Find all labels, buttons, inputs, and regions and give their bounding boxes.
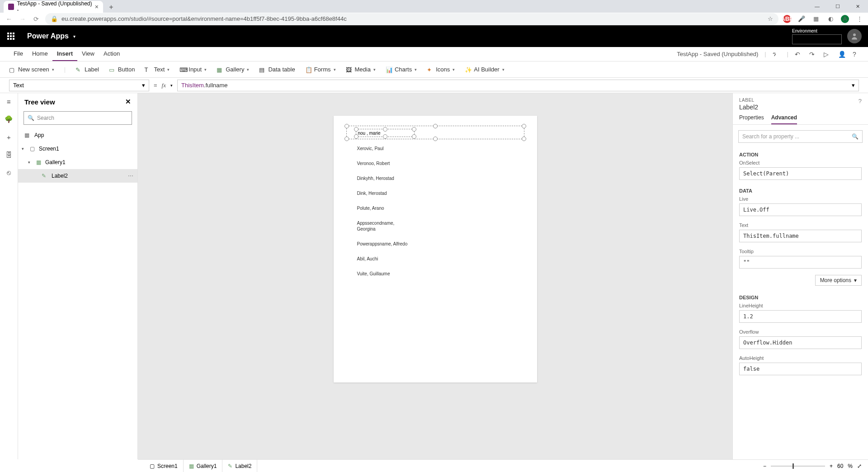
app-checker-icon[interactable]: ን	[773, 50, 781, 58]
gallery-item[interactable]: Vuite, Guillaume	[346, 266, 524, 281]
canvas-screen[interactable]: nou , marie Xerovic, Paul Veronoo, Rober…	[334, 116, 537, 382]
more-options-button[interactable]: More options ▾	[815, 275, 862, 286]
media-button[interactable]: 🖼Media▾	[346, 66, 376, 73]
insert-icon[interactable]: +	[7, 133, 11, 141]
fx-icon[interactable]: fx	[162, 82, 166, 89]
gallery-item[interactable]: Veronoo, Robert	[346, 156, 524, 171]
tooltip-input[interactable]: ""	[739, 256, 862, 269]
live-input[interactable]: Live.Off	[739, 203, 862, 216]
gallery-item[interactable]: Powerappsname, Alfredo	[346, 236, 524, 251]
share-icon[interactable]: 👤	[838, 51, 846, 58]
ext-icon-1[interactable]: ▦	[812, 15, 820, 23]
onselect-input[interactable]: Select(Parent)	[739, 167, 862, 180]
help-icon[interactable]: ?	[853, 51, 861, 58]
user-avatar[interactable]	[847, 29, 862, 43]
resize-handle[interactable]	[354, 134, 359, 139]
formula-input[interactable]: ThisItem.fullname ▾	[177, 80, 859, 91]
more-icon[interactable]: ⋯	[128, 173, 134, 179]
gallery-item[interactable]: Xerovic, Paul	[346, 141, 524, 156]
play-icon[interactable]: ▷	[824, 51, 832, 58]
charts-button[interactable]: 📊Charts▾	[386, 66, 417, 73]
tab-properties[interactable]: Properties	[739, 114, 764, 124]
star-icon[interactable]: ☆	[768, 15, 773, 22]
resize-handle[interactable]	[344, 124, 349, 128]
ai-builder-button[interactable]: ✨AI Builder▾	[465, 66, 504, 73]
hamburger-icon[interactable]: ≡	[7, 98, 11, 105]
gallery-item[interactable]: Dink, Herostad	[346, 186, 524, 201]
forms-button[interactable]: 📋Forms▾	[305, 66, 336, 73]
breadcrumb-label[interactable]: ✎ Label2	[222, 460, 257, 472]
data-table-button[interactable]: ▤Data table	[259, 66, 295, 73]
menu-view[interactable]: View	[77, 47, 99, 61]
overflow-input[interactable]: Overflow.Hidden	[739, 336, 862, 349]
profile-avatar[interactable]: A	[841, 15, 849, 23]
address-bar[interactable]: 🔒 eu.create.powerapps.com/studio/#source…	[45, 13, 778, 25]
tree-node-label[interactable]: ✎ Label2 ⋯	[18, 169, 137, 183]
gallery-template-row[interactable]: nou , marie	[346, 126, 524, 139]
menu-file[interactable]: File	[9, 47, 28, 61]
mic-icon[interactable]: 🎤	[797, 15, 806, 23]
resize-handle[interactable]	[412, 134, 416, 139]
breadcrumb-gallery[interactable]: ▦ Gallery1	[184, 460, 223, 472]
property-search[interactable]: Search for a property ... 🔍	[738, 130, 863, 143]
label-button[interactable]: ✎Label	[75, 66, 99, 73]
chevron-down-icon[interactable]: ▾	[28, 160, 33, 165]
zoom-slider[interactable]	[771, 466, 825, 467]
reload-icon[interactable]: ⟳	[32, 15, 41, 23]
canvas-area[interactable]: nou , marie Xerovic, Paul Veronoo, Rober…	[138, 93, 732, 459]
data-icon[interactable]: 🗄	[5, 151, 12, 159]
new-tab-button[interactable]: +	[106, 2, 117, 13]
zoom-thumb[interactable]	[793, 463, 794, 469]
gallery-item[interactable]: Polute, Arano	[346, 201, 524, 216]
new-screen-button[interactable]: ▢New screen▾	[9, 66, 54, 73]
menu-insert[interactable]: Insert	[52, 47, 77, 61]
menu-action[interactable]: Action	[99, 47, 124, 61]
brand-caret-icon[interactable]: ▾	[73, 34, 75, 39]
menu-home[interactable]: Home	[28, 47, 52, 61]
back-icon[interactable]: ←	[5, 15, 14, 23]
fit-icon[interactable]: ⤢	[857, 463, 862, 469]
input-button[interactable]: ⌨Input▾	[179, 66, 207, 73]
media-rail-icon[interactable]: ⎋	[7, 169, 11, 176]
tree-view-icon[interactable]: 🌳	[5, 115, 13, 123]
zoom-out-icon[interactable]: −	[763, 463, 766, 469]
icons-button[interactable]: ✦Icons▾	[427, 66, 455, 73]
resize-handle[interactable]	[344, 137, 349, 141]
resize-handle[interactable]	[412, 127, 416, 132]
undo-icon[interactable]: ↶	[795, 51, 803, 58]
ext-icon-2[interactable]: ◐	[826, 15, 835, 23]
zoom-in-icon[interactable]: +	[830, 463, 833, 469]
minimize-icon[interactable]: —	[807, 0, 827, 13]
close-window-icon[interactable]: ✕	[848, 0, 868, 13]
autoheight-input[interactable]: false	[739, 363, 862, 375]
lineheight-input[interactable]: 1.2	[739, 310, 862, 323]
tree-node-gallery[interactable]: ▾ ▦ Gallery1	[18, 156, 137, 169]
property-selector[interactable]: Text ▾	[9, 80, 149, 91]
button-button[interactable]: ▭Button	[109, 66, 135, 73]
chevron-down-icon[interactable]: ▾	[852, 82, 855, 89]
chevron-down-icon[interactable]: ▾	[22, 146, 27, 151]
environment-picker[interactable]	[792, 34, 842, 44]
redo-icon[interactable]: ↷	[809, 51, 817, 58]
tree-node-app[interactable]: ▦ App	[18, 128, 137, 142]
browser-tab[interactable]: TestApp - Saved (Unpublished) - ×	[4, 1, 103, 13]
close-panel-icon[interactable]: ✕	[125, 98, 131, 106]
resize-handle[interactable]	[522, 124, 526, 128]
help-panel-icon[interactable]: ?	[859, 98, 862, 104]
forward-icon[interactable]: →	[18, 15, 27, 23]
gallery-item[interactable]: Abil, Auchi	[346, 251, 524, 266]
text-input[interactable]: ThisItem.fullname	[739, 230, 862, 242]
gallery-item[interactable]: Dinkyhh, Herostad	[346, 171, 524, 186]
menu-icon[interactable]: ⋮	[855, 15, 863, 23]
resize-handle[interactable]	[354, 127, 359, 132]
selected-label[interactable]: nou , marie	[356, 129, 415, 137]
gallery-button[interactable]: ▦Gallery▾	[217, 66, 249, 73]
gallery-item[interactable]: Appssecondname, Georgina	[346, 216, 401, 236]
resize-handle[interactable]	[433, 124, 438, 128]
text-button[interactable]: ᎢText▾	[145, 66, 170, 73]
resize-handle[interactable]	[522, 137, 526, 141]
tree-search[interactable]: 🔍 Search	[24, 111, 132, 125]
resize-handle[interactable]	[383, 127, 387, 132]
tab-close-icon[interactable]: ×	[95, 3, 99, 10]
breadcrumb-screen[interactable]: ▢ Screen1	[144, 460, 184, 472]
